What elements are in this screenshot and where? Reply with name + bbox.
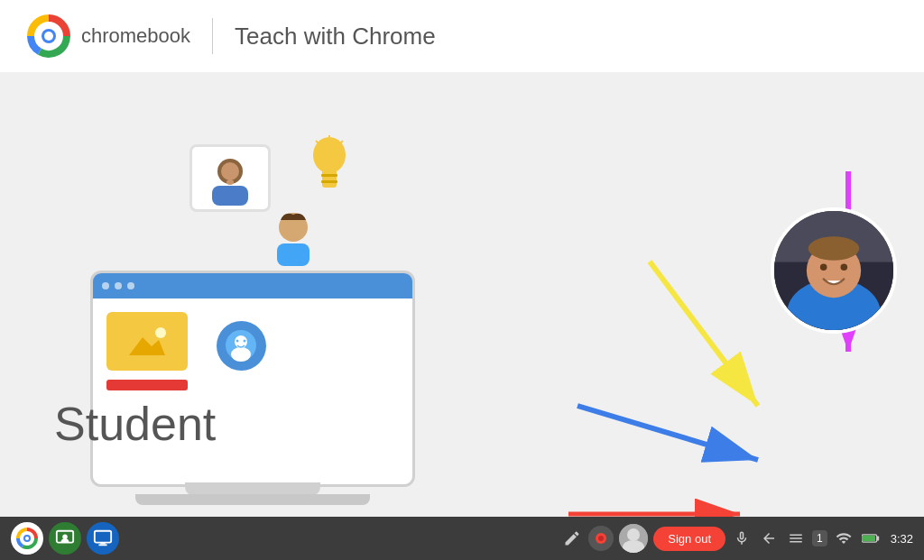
svg-rect-48 [100, 543, 106, 545]
laptop-screen-body [93, 298, 412, 484]
page-header: chromebook Teach with Chrome [0, 0, 924, 72]
user-avatar [771, 207, 897, 334]
svg-line-31 [578, 406, 758, 460]
student-label: Student [54, 397, 216, 451]
svg-point-19 [155, 327, 166, 338]
taskbar-back-icon[interactable] [758, 528, 780, 549]
svg-point-44 [25, 537, 29, 540]
taskbar-chrome-icon[interactable] [11, 522, 43, 555]
svg-point-14 [226, 179, 234, 185]
float-character-1 [189, 144, 271, 212]
svg-line-10 [316, 141, 319, 144]
svg-rect-12 [212, 186, 248, 206]
svg-point-39 [820, 263, 827, 271]
taskbar-wifi-icon[interactable] [833, 528, 855, 549]
header-tagline: Teach with Chrome [235, 23, 436, 50]
svg-point-22 [231, 347, 251, 362]
brand-logo: chromebook [27, 14, 190, 58]
svg-point-40 [841, 263, 848, 271]
laptop-screen-header [93, 273, 412, 298]
svg-point-51 [598, 536, 604, 541]
svg-rect-57 [863, 536, 875, 542]
taskbar-cast-icon[interactable] [87, 522, 119, 555]
svg-line-29 [650, 262, 758, 406]
header-divider [212, 18, 213, 54]
illustration-area: Student [36, 126, 559, 505]
content-area: Student [0, 72, 924, 523]
laptop-content-left [106, 312, 188, 390]
svg-point-53 [627, 528, 640, 541]
sign-out-button[interactable]: Sign out [653, 527, 725, 551]
laptop-red-bar [106, 380, 188, 390]
dot-2 [115, 282, 122, 289]
laptop-badge [217, 321, 266, 371]
chrome-logo-icon [27, 14, 70, 58]
svg-point-13 [221, 162, 239, 180]
svg-rect-16 [277, 243, 310, 266]
taskbar-classroom-icon[interactable] [49, 522, 81, 555]
avatar-image [774, 207, 893, 334]
taskbar: Sign out 1 [0, 517, 924, 560]
system-time: 3:32 [891, 532, 913, 546]
svg-rect-6 [321, 174, 337, 177]
taskbar-record-icon[interactable] [588, 526, 614, 551]
svg-point-38 [808, 236, 860, 260]
lightbulb-icon [307, 135, 352, 208]
taskbar-mic-icon[interactable] [731, 528, 753, 549]
taskbar-pencil-icon[interactable] [561, 528, 583, 549]
taskbar-notification-badge[interactable]: 1 [812, 530, 827, 546]
brand-name: chromebook [81, 24, 190, 48]
svg-point-23 [236, 340, 239, 343]
svg-point-24 [244, 340, 246, 343]
main-content: chromebook Teach with Chrome [0, 0, 924, 523]
svg-line-9 [339, 141, 343, 144]
taskbar-account-icon[interactable] [619, 524, 648, 553]
laptop-screen [90, 271, 415, 487]
svg-rect-56 [876, 537, 879, 541]
laptop-image-placeholder [106, 312, 188, 371]
svg-rect-7 [321, 180, 337, 183]
dot-3 [127, 282, 134, 289]
taskbar-battery-icon [860, 528, 882, 549]
svg-point-3 [44, 32, 53, 41]
svg-rect-47 [95, 531, 111, 543]
laptop-base-bottom [135, 494, 370, 505]
taskbar-right: Sign out 1 [561, 524, 913, 553]
dot-1 [102, 282, 109, 289]
svg-rect-49 [98, 544, 106, 546]
svg-rect-5 [322, 170, 337, 188]
taskbar-menu-icon[interactable] [785, 528, 807, 549]
